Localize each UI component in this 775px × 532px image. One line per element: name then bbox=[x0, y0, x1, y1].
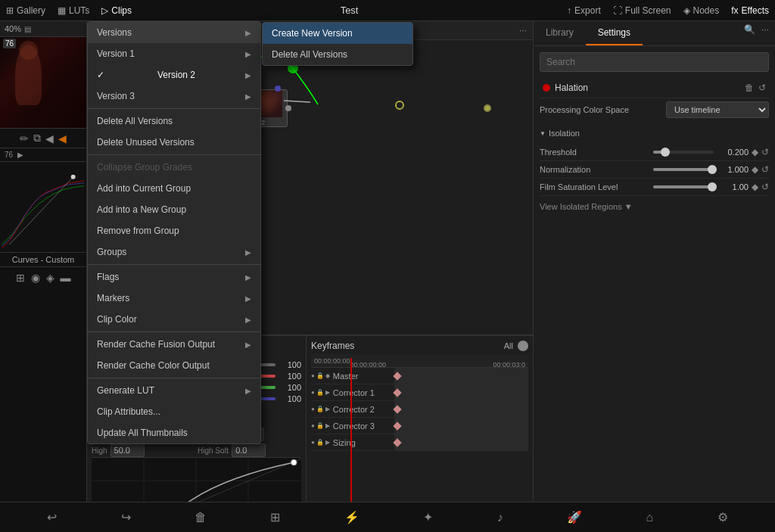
high-input[interactable] bbox=[110, 443, 145, 457]
kf-c2-expand[interactable]: ▶ bbox=[325, 406, 330, 412]
flags-item[interactable]: Flags ▶ bbox=[88, 266, 260, 288]
more-options-btn[interactable]: ··· bbox=[761, 24, 769, 42]
audio-icon[interactable]: ♪ bbox=[497, 511, 503, 524]
delete-all-versions-item[interactable]: Delete All Versions bbox=[88, 110, 260, 132]
keyframes-header: Keyframes All bbox=[311, 341, 528, 351]
high-label: High bbox=[92, 446, 107, 455]
versions-item[interactable]: Versions ▶ bbox=[88, 22, 260, 43]
version3-item[interactable]: Version 3 ▶ bbox=[88, 86, 260, 107]
threshold-reset-btn[interactable]: ↺ bbox=[761, 147, 769, 157]
kf-sz-diamond bbox=[393, 438, 401, 446]
luts-nav[interactable]: ▦ LUTs bbox=[58, 5, 89, 16]
create-new-version-label: Create New Version bbox=[272, 28, 353, 39]
delete-unused-versions-item[interactable]: Delete Unused Versions bbox=[88, 132, 260, 153]
zoom-level: 40% bbox=[5, 24, 21, 33]
scope-icon[interactable]: ◈ bbox=[46, 272, 54, 284]
divider-2 bbox=[88, 154, 260, 155]
kf-c3-lock: 🔒 bbox=[316, 422, 324, 429]
high-soft-input[interactable] bbox=[232, 443, 266, 457]
redo-icon[interactable]: ↪ bbox=[121, 510, 131, 524]
delete-effect-icon[interactable]: 🗑 bbox=[745, 82, 754, 93]
play-icon[interactable]: ▶ bbox=[17, 151, 23, 159]
isolation-section-header[interactable]: ▼ Isolation bbox=[540, 126, 769, 141]
kf-c1-lock: 🔒 bbox=[316, 389, 324, 396]
delete-all-versions-sub-item[interactable]: Delete All Versions bbox=[263, 44, 412, 65]
normalization-slider[interactable] bbox=[653, 168, 714, 171]
effects-nav[interactable]: fx Effects bbox=[731, 5, 769, 16]
export-nav[interactable]: ↑ Export bbox=[567, 5, 601, 16]
markers-item[interactable]: Markers ▶ bbox=[88, 288, 260, 309]
version2-item[interactable]: ✓ Version 2 ▶ bbox=[88, 64, 260, 86]
curves-icon[interactable]: ✦ bbox=[423, 510, 433, 524]
groups-item[interactable]: Groups ▶ bbox=[88, 241, 260, 263]
nodes-label: Nodes bbox=[693, 5, 720, 16]
delete-icon[interactable]: 🗑 bbox=[195, 511, 207, 524]
gallery-nav[interactable]: ⊞ Gallery bbox=[6, 5, 45, 16]
groups-arrow: ▶ bbox=[245, 248, 251, 257]
reset-effect-icon[interactable]: ↺ bbox=[758, 82, 766, 93]
kf-c3-expand[interactable]: ▶ bbox=[325, 422, 330, 429]
threshold-keyframe-btn[interactable]: ◆ bbox=[752, 147, 758, 157]
clip-color-item[interactable]: Clip Color ▶ bbox=[88, 309, 260, 330]
normalization-keyframe-btn[interactable]: ◆ bbox=[752, 164, 758, 175]
tab-settings[interactable]: Settings bbox=[586, 21, 643, 45]
main-layout: 40% ▤ 76 ✏ ⧉ ◀ ◀ 76 ▶ bbox=[0, 21, 775, 532]
view-isolated-regions-btn[interactable]: View Isolated Regions ▼ bbox=[540, 196, 769, 217]
color-space-select[interactable]: Use timeline DaVinci Wide Gamut Rec. 709 bbox=[666, 101, 769, 118]
color-space-row: Processing Color Space Use timeline DaVi… bbox=[540, 98, 769, 121]
kf-c1-expand[interactable]: ▶ bbox=[325, 389, 330, 396]
render-cache-fusion-item[interactable]: Render Cache Fusion Output ▶ bbox=[88, 334, 260, 355]
settings-icon[interactable]: ⚙ bbox=[717, 510, 728, 524]
render-cache-color-item[interactable]: Render Cache Color Output bbox=[88, 355, 260, 376]
create-new-version-item[interactable]: Create New Version bbox=[263, 23, 412, 44]
fullscreen-nav[interactable]: ⛶ Full Screen bbox=[613, 5, 671, 16]
kf-corrector1-row: ● 🔒 ▶ Corrector 1 bbox=[311, 384, 528, 401]
clip-attributes-item[interactable]: Clip Attributes... bbox=[88, 401, 260, 422]
pencil-icon[interactable]: ✏ bbox=[20, 132, 29, 145]
add-into-new-group-item[interactable]: Add into a New Group bbox=[88, 199, 260, 220]
effect-actions: 🗑 ↺ bbox=[745, 82, 766, 93]
version1-item[interactable]: Version 1 ▶ bbox=[88, 43, 260, 64]
film-saturation-reset-btn[interactable]: ↺ bbox=[761, 182, 769, 192]
nav-right-icon[interactable]: ◀ bbox=[58, 132, 67, 145]
threshold-label: Threshold bbox=[540, 148, 653, 157]
versions-submenu: Create New Version Delete All Versions bbox=[262, 22, 413, 66]
generate-lut-item[interactable]: Generate LUT ▶ bbox=[88, 380, 260, 401]
gallery-icon: ⊞ bbox=[6, 5, 14, 16]
viewer-icon[interactable]: ◉ bbox=[31, 272, 40, 284]
clip-timecode: 76 bbox=[5, 151, 13, 159]
divider-5 bbox=[88, 378, 260, 378]
deliver-icon[interactable]: 🚀 bbox=[567, 510, 582, 524]
nav-left-icon[interactable]: ◀ bbox=[45, 132, 54, 145]
film-saturation-keyframe-btn[interactable]: ◆ bbox=[752, 182, 758, 192]
version3-label: Version 3 bbox=[97, 91, 135, 101]
nodes-nav[interactable]: ◈ Nodes bbox=[683, 5, 720, 16]
more-options-icon[interactable]: ··· bbox=[519, 25, 527, 36]
threshold-slider[interactable] bbox=[653, 151, 714, 154]
keyframes-all-btn[interactable]: All bbox=[504, 341, 513, 350]
add-into-current-group-label: Add into Current Group bbox=[97, 183, 191, 194]
waveform-icon[interactable]: ▬ bbox=[61, 272, 71, 284]
kf-c3-dot: ● bbox=[311, 422, 315, 429]
update-all-thumbnails-item[interactable]: Update All Thumbnails bbox=[88, 422, 260, 443]
add-into-current-group-item[interactable]: Add into Current Group bbox=[88, 178, 260, 199]
tab-library[interactable]: Library bbox=[534, 21, 586, 45]
kf-corrector1-label: ● 🔒 ▶ Corrector 1 bbox=[311, 388, 394, 397]
film-saturation-slider[interactable] bbox=[653, 185, 714, 188]
undo-icon[interactable]: ↩ bbox=[47, 510, 57, 524]
divider-3 bbox=[88, 264, 260, 265]
clips-nav[interactable]: ▷ Clips bbox=[101, 5, 132, 16]
normalization-reset-btn[interactable]: ↺ bbox=[761, 164, 769, 175]
color-wheels-icon[interactable]: ⚡ bbox=[344, 510, 359, 524]
kf-sz-expand[interactable]: ▶ bbox=[325, 439, 330, 446]
gallery2-icon[interactable]: ⊞ bbox=[16, 272, 25, 284]
remove-from-group-item[interactable]: Remove from Group bbox=[88, 220, 260, 241]
kf-master-diamond: ◆ bbox=[325, 372, 330, 379]
layers-icon[interactable]: ⧉ bbox=[33, 132, 41, 145]
search-icon[interactable]: 🔍 bbox=[744, 24, 755, 42]
search-input[interactable] bbox=[540, 52, 769, 72]
render-cache-color-label: Render Cache Color Output bbox=[97, 360, 210, 371]
home-icon[interactable]: ⌂ bbox=[646, 511, 654, 524]
layout-icon[interactable]: ⊞ bbox=[270, 510, 280, 524]
flags-label: Flags bbox=[97, 272, 119, 282]
